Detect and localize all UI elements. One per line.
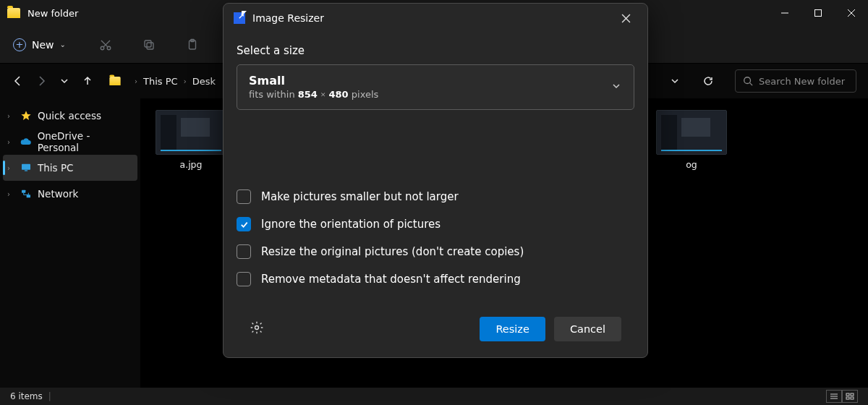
select-size-label: Select a size [237,44,634,57]
search-icon [743,76,753,86]
svg-rect-8 [147,43,153,49]
option-resize-originals[interactable]: Resize the original pictures (don't crea… [237,244,634,259]
sidebar-item-this-pc[interactable]: › This PC [3,155,137,181]
sidebar-item-onedrive[interactable]: › OneDrive - Personal [0,129,140,155]
checkbox-checked[interactable] [237,217,251,231]
option-label: Remove metadata that doesn't affect rend… [261,273,521,286]
file-name: og [686,159,697,170]
new-label: New [32,39,54,51]
copy-icon[interactable] [142,38,156,51]
option-ignore-orientation[interactable]: Ignore the orientation of pictures [237,217,634,231]
svg-point-4 [101,46,104,50]
dialog-titlebar: Image Resizer [224,4,647,33]
breadcrumb-sep: › [135,77,137,85]
cut-icon[interactable] [99,38,112,51]
svg-line-13 [750,83,753,86]
folder-icon [109,77,120,85]
sidebar-item-quick-access[interactable]: › Quick access [0,103,140,129]
size-name: Small [249,74,378,88]
svg-point-5 [107,46,111,50]
folder-icon [7,8,20,18]
dialog-close-button[interactable] [614,7,637,30]
refresh-button[interactable] [702,74,715,88]
svg-point-12 [744,77,751,84]
breadcrumb-sep: › [184,77,187,85]
breadcrumb[interactable]: › This PC › Desk [109,76,216,87]
close-button[interactable] [835,0,868,26]
view-thumbnails-button[interactable] [842,390,858,403]
sidebar-item-label: OneDrive - Personal [38,130,133,153]
svg-rect-25 [851,397,854,399]
settings-button[interactable] [250,320,264,338]
network-icon [20,188,32,200]
file-tile[interactable]: og [648,110,735,170]
maximize-button[interactable] [801,0,835,26]
checkbox[interactable] [237,272,251,286]
option-remove-metadata[interactable]: Remove metadata that doesn't affect rend… [237,272,634,286]
checkbox[interactable] [237,189,251,204]
search-placeholder: Search New folder [759,76,845,87]
size-description: fits within 854 × 480 pixels [249,89,378,101]
search-input[interactable]: Search New folder [735,69,856,93]
sidebar-item-label: Quick access [38,110,101,122]
forward-button[interactable] [35,74,48,88]
svg-point-28 [255,326,259,330]
plus-icon: + [13,38,26,51]
chevron-down-icon: ⌄ [60,40,66,48]
svg-rect-16 [25,170,27,171]
window-controls [768,0,868,26]
monitor-icon [20,162,32,174]
star-icon [20,110,32,122]
chevron-down-icon [610,80,622,95]
svg-rect-23 [851,393,854,396]
window-title: New folder [27,8,78,19]
minimize-button[interactable] [768,0,801,26]
svg-rect-17 [22,190,25,193]
option-label: Resize the original pictures (don't crea… [261,245,524,258]
up-button[interactable] [81,74,94,88]
breadcrumb-root[interactable]: This PC [143,76,178,87]
options-list: Make pictures smaller but not larger Ign… [237,189,634,286]
option-label: Ignore the orientation of pictures [261,218,441,231]
file-name: a.jpg [180,159,203,170]
svg-rect-18 [27,195,30,197]
image-resizer-dialog: Image Resizer Select a size Small fits w… [223,3,648,358]
paste-icon[interactable] [186,38,199,51]
back-button[interactable] [12,74,25,88]
svg-rect-9 [145,40,151,47]
svg-rect-1 [815,10,822,17]
chevron-right-icon: › [7,190,14,198]
cancel-button[interactable]: Cancel [554,317,621,341]
chevron-right-icon: › [7,112,14,120]
file-tile[interactable]: a.jpg [148,110,234,170]
dialog-footer: Resize Cancel [237,307,634,354]
svg-rect-15 [22,164,30,170]
chevron-right-icon: › [7,164,14,172]
option-smaller-not-larger[interactable]: Make pictures smaller but not larger [237,189,634,204]
breadcrumb-item[interactable]: Desk [192,76,216,87]
image-resizer-icon [234,12,245,24]
file-thumbnail [656,110,727,155]
recent-dropdown[interactable] [58,74,71,88]
sidebar-item-network[interactable]: › Network [0,181,140,207]
new-button[interactable]: + New ⌄ [13,38,66,51]
resize-button[interactable]: Resize [480,317,545,341]
svg-marker-14 [21,111,30,120]
chevron-right-icon: › [7,138,14,146]
dialog-title: Image Resizer [252,12,324,24]
file-thumbnail [156,110,226,155]
size-dropdown[interactable]: Small fits within 854 × 480 pixels [237,64,634,110]
cloud-icon [20,136,32,148]
sidebar-item-label: Network [38,188,78,200]
address-dropdown[interactable] [668,74,681,88]
svg-rect-22 [846,393,849,396]
status-divider: | [48,391,51,401]
status-bar: 6 items | [0,388,868,405]
status-count: 6 items [10,391,43,401]
svg-rect-24 [846,397,849,399]
sidebar-item-label: This PC [38,162,73,174]
checkbox[interactable] [237,244,251,259]
sidebar: › Quick access › OneDrive - Personal › T… [0,98,140,388]
view-details-button[interactable] [826,390,842,403]
option-label: Make pictures smaller but not larger [261,190,459,203]
